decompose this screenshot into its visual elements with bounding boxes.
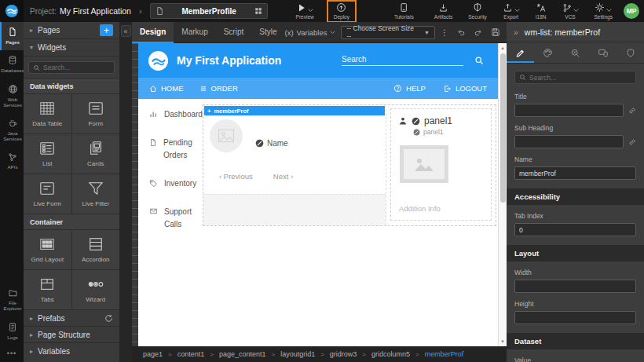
page-structure-section-header[interactable]: ▸ Page Structure	[24, 326, 119, 342]
member-list-widget[interactable]: + memberProf Name	[203, 105, 386, 225]
member-photo-placeholder[interactable]	[210, 119, 243, 152]
rail-more-icon[interactable]: •••	[7, 346, 16, 362]
tab-script[interactable]: Script	[216, 22, 252, 43]
refresh-icon[interactable]	[104, 314, 113, 323]
widget-tile-tabs[interactable]: Tabs	[24, 270, 71, 309]
width-input[interactable]	[514, 280, 636, 293]
preview-search-input[interactable]	[342, 55, 463, 64]
name-input[interactable]	[514, 166, 636, 180]
undo-button[interactable]	[456, 28, 466, 37]
rail-item-java-services[interactable]: Java Services	[0, 114, 24, 148]
height-input[interactable]	[514, 311, 636, 324]
tab-style[interactable]: Style	[251, 22, 284, 43]
name-field[interactable]: Name	[255, 126, 288, 161]
grid-icon[interactable]	[254, 7, 262, 15]
list-widget-tag[interactable]: + memberProf	[204, 106, 385, 115]
side-nav-support-calls[interactable]: Support Calls	[149, 206, 204, 231]
artifacts-button[interactable]: Artifacts	[434, 3, 452, 20]
tab-styles[interactable]	[534, 42, 562, 63]
scroll-down-arrow-icon[interactable]: ▼	[499, 338, 507, 346]
widget-tile-wizard[interactable]: Wizard	[72, 270, 120, 309]
panel-title-row[interactable]: panel1	[398, 115, 484, 126]
bind-link-icon[interactable]	[628, 138, 636, 146]
widget-tile-cards[interactable]: Cards	[72, 134, 120, 174]
preview-button[interactable]: Preview	[296, 3, 314, 20]
title-input[interactable]	[514, 104, 624, 117]
rail-item-web-services[interactable]: Web Services	[0, 79, 24, 114]
sub-heading-input[interactable]	[514, 135, 624, 148]
preview-app-header[interactable]: My First Application	[138, 43, 498, 78]
side-nav-pending-orders[interactable]: Pending Orders	[149, 137, 204, 162]
breadcrumb-memberprof[interactable]: memberProf	[425, 350, 464, 358]
rail-item-databases[interactable]: Databases	[0, 50, 24, 79]
scroll-up-arrow-icon[interactable]: ▲	[499, 44, 507, 52]
list-item-template[interactable]: Name	[203, 115, 386, 161]
breadcrumb-gridcolumn5[interactable]: gridcolumn5	[371, 350, 410, 358]
pages-section-header[interactable]: ▸ Pages +	[24, 22, 119, 39]
breadcrumb-content1[interactable]: content1	[177, 350, 205, 358]
nav-item-help[interactable]: HELP	[393, 84, 426, 93]
nav-item-home[interactable]: HOME	[149, 84, 184, 93]
widget-tile-data-table[interactable]: Data Table	[24, 94, 71, 133]
widget-tile-grid-layout[interactable]: Grid Layout	[24, 230, 71, 269]
breadcrumb-page1[interactable]: page1	[143, 350, 163, 358]
export-button[interactable]: Export	[503, 3, 520, 20]
panel1-widget[interactable]: panel1 panel1 Addition Info	[390, 108, 492, 221]
layout-grid-region[interactable]: + memberProf Name	[203, 104, 496, 226]
properties-search[interactable]	[514, 71, 636, 84]
side-nav-inventory[interactable]: Inventory	[149, 177, 204, 190]
panel-image-placeholder[interactable]	[400, 145, 448, 183]
panel-subtitle-row[interactable]: panel1	[413, 128, 484, 136]
user-avatar[interactable]: MP	[624, 3, 639, 19]
chevrons-right-icon[interactable]: »	[514, 27, 518, 37]
design-canvas[interactable]: My First Application HOME ORDER	[138, 43, 498, 346]
preview-search-field[interactable]	[342, 55, 463, 66]
rail-item-file-explorer[interactable]: File Explorer	[0, 283, 24, 317]
nav-item-order[interactable]: ORDER	[199, 84, 238, 93]
settings-button[interactable]: Settings	[595, 2, 613, 20]
rail-item-pages[interactable]: Pages	[0, 22, 24, 50]
variables-section-header[interactable]: ▸ Variables	[24, 342, 119, 359]
canvas-scrollbar[interactable]: ▲ ▼	[498, 43, 507, 346]
vcs-button[interactable]: VCS	[562, 3, 579, 20]
properties-search-input[interactable]	[529, 74, 631, 82]
widget-search-input[interactable]	[43, 64, 110, 71]
tab-devices[interactable]	[589, 42, 617, 63]
widget-tile-live-form[interactable]: Live Form	[24, 174, 71, 214]
i18n-button[interactable]: I18N	[536, 3, 547, 20]
list-footer-area[interactable]	[203, 194, 386, 225]
prefabs-section-header[interactable]: ▸ Prefabs	[24, 309, 119, 326]
more-options-icon[interactable]: ⋮	[441, 28, 448, 37]
deploy-button[interactable]: Deploy	[334, 2, 349, 20]
widgets-section-header[interactable]: ▾ Widgets	[24, 39, 119, 57]
breadcrumb-gridrow3[interactable]: gridrow3	[330, 350, 357, 358]
pagination-next[interactable]: Next ›	[273, 172, 293, 185]
side-nav-dashboard[interactable]: Dashboard	[149, 108, 204, 121]
bind-link-icon[interactable]	[628, 107, 636, 115]
widget-search[interactable]	[28, 61, 115, 74]
tab-design[interactable]: Design	[132, 22, 174, 43]
widget-tile-live-filter[interactable]: Live Filter	[72, 174, 120, 214]
breadcrumb-page-content1[interactable]: page_content1	[219, 350, 266, 358]
widget-tile-list[interactable]: List	[24, 134, 71, 174]
tab-events[interactable]	[562, 42, 589, 63]
page-tab-memberprofile[interactable]: MemberProfile	[150, 3, 268, 19]
save-button[interactable]	[491, 27, 500, 37]
widget-tile-accordion[interactable]: Accordion	[72, 230, 120, 269]
tab-properties[interactable]	[507, 42, 534, 63]
search-icon[interactable]	[474, 56, 484, 65]
tutorials-button[interactable]: Tutorials	[394, 2, 414, 20]
rail-item-apis[interactable]: APIs	[0, 148, 24, 175]
variables-dropdown-button[interactable]: (x) Variables	[285, 28, 336, 37]
nav-item-logout[interactable]: LOGOUT	[443, 84, 487, 93]
rail-item-logs[interactable]: Logs	[0, 317, 24, 346]
panel-column[interactable]: panel1 panel1 Addition Info	[386, 105, 496, 225]
tab-security[interactable]	[617, 42, 644, 63]
scrollbar-thumb[interactable]	[500, 53, 506, 203]
redo-button[interactable]	[474, 28, 483, 37]
security-button[interactable]: Security	[468, 2, 486, 20]
tab-markup[interactable]: Markup	[174, 22, 215, 43]
pagination-previous[interactable]: ‹ Previous	[219, 172, 253, 185]
add-page-button[interactable]: +	[100, 24, 113, 36]
breadcrumb-layoutgrid1[interactable]: layoutgrid1	[280, 350, 315, 358]
